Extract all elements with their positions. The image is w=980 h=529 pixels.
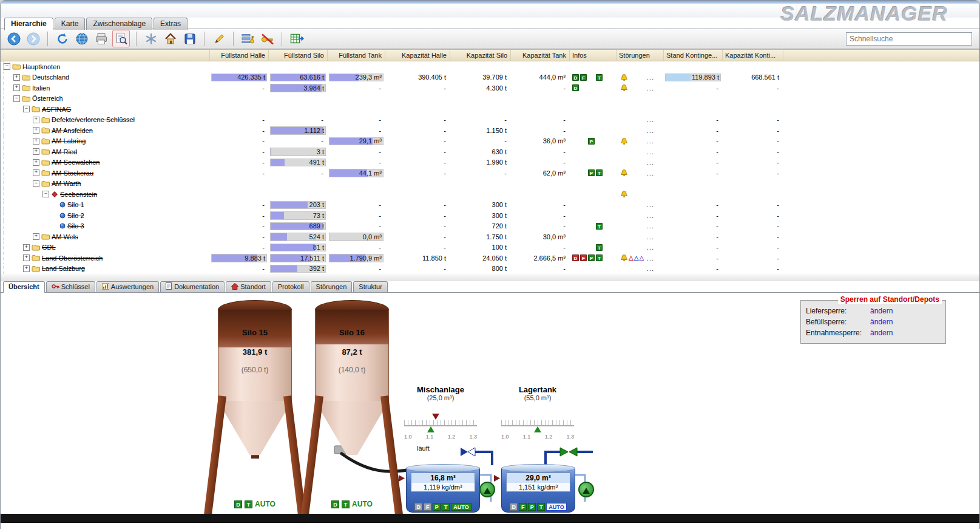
bottom-tab-standort[interactable]: Standort bbox=[226, 281, 271, 292]
tree-node-label[interactable]: AM Ansfelden bbox=[52, 127, 93, 134]
stoerungen-more-button[interactable]: ... bbox=[647, 169, 654, 177]
column-header-f-llstand-tank[interactable]: Füllstand Tank bbox=[328, 50, 385, 61]
column-header-stand-kontinge[interactable]: Stand Kontinge... bbox=[664, 50, 723, 61]
tree-expand-icon[interactable]: + bbox=[33, 148, 39, 155]
befuellsperre-change-link[interactable]: ändern bbox=[870, 316, 893, 327]
silo-16[interactable]: Silo 16 87,2 t (140,0 t) DTAUTO bbox=[315, 300, 389, 457]
stoerungen-more-button[interactable]: ... bbox=[647, 201, 654, 208]
stoerungen-more-button[interactable]: ... bbox=[647, 159, 654, 166]
bottom-tab-schl-ssel[interactable]: Schlüssel bbox=[46, 281, 95, 292]
back-icon[interactable] bbox=[5, 30, 22, 47]
forward-icon[interactable] bbox=[25, 30, 41, 47]
stoerungen-more-button[interactable]: ... bbox=[647, 84, 654, 92]
bottom-tab-struktur[interactable]: Struktur bbox=[353, 281, 388, 292]
tree-node-label[interactable]: Land Oberösterreich bbox=[42, 254, 103, 262]
tree-expand-icon[interactable]: + bbox=[33, 127, 39, 134]
tree-node-label[interactable]: Defekte/verlorene Schlüssel bbox=[52, 116, 135, 123]
tree-collapse-icon[interactable]: − bbox=[4, 63, 10, 70]
mixer-tank[interactable]: 16,8 m³ 1,119 kg/dm³ DFPTAUTO bbox=[406, 464, 480, 513]
stoerungen-more-button[interactable]: ... bbox=[647, 233, 654, 241]
tree-node-label[interactable]: Silo 3 bbox=[67, 222, 84, 230]
column-header-kapazit-t-tank[interactable]: Kapazität Tank bbox=[511, 50, 570, 61]
tree-collapse-icon[interactable]: − bbox=[23, 106, 30, 112]
quick-search-input[interactable] bbox=[846, 32, 972, 46]
stoerungen-more-button[interactable]: ... bbox=[647, 265, 654, 272]
refresh-icon[interactable] bbox=[54, 30, 70, 47]
tree-expand-icon[interactable]: + bbox=[23, 244, 30, 251]
tree-node-label[interactable]: Silo 2 bbox=[67, 212, 84, 219]
tree-node-label[interactable]: AM Seewalchen bbox=[52, 159, 100, 166]
tab-karte[interactable]: Karte bbox=[55, 18, 86, 30]
tree-node-label[interactable]: Österreich bbox=[32, 95, 63, 102]
tree-collapse-icon[interactable]: − bbox=[13, 95, 20, 102]
tree-node-label[interactable]: ASFINAG bbox=[42, 106, 71, 113]
column-header-st-rungen[interactable]: Störungen bbox=[617, 50, 664, 61]
tree-expand-icon[interactable]: + bbox=[23, 265, 30, 272]
preview-search-icon[interactable] bbox=[112, 30, 130, 47]
stoerungen-more-button[interactable]: ... bbox=[647, 254, 654, 262]
bottom-tab-dokumentation[interactable]: Dokumentation bbox=[160, 281, 225, 292]
stoerungen-more-button[interactable]: ... bbox=[647, 212, 654, 219]
column-header-kapazit-t-konti[interactable]: Kapazität Konti... bbox=[723, 50, 783, 61]
column-header-infos[interactable]: Infos bbox=[570, 50, 617, 61]
tree-node-label[interactable]: Italien bbox=[32, 84, 50, 92]
print-icon[interactable] bbox=[93, 30, 109, 47]
stoerungen-more-button[interactable]: ... bbox=[647, 127, 654, 134]
silo-15[interactable]: Silo 15 381,9 t (650,0 t) DTAUTO bbox=[218, 300, 292, 459]
column-header-f-llstand-silo[interactable]: Füllstand Silo bbox=[269, 50, 328, 61]
tree-node-label[interactable]: AM Labring bbox=[52, 137, 86, 145]
snowflake-icon[interactable] bbox=[143, 30, 159, 47]
bottom-tab-auswertungen[interactable]: Auswertungen bbox=[96, 281, 159, 292]
tree-node-label[interactable]: Seebenstein bbox=[60, 191, 97, 198]
stoerungen-more-button[interactable]: ... bbox=[647, 137, 654, 145]
stoerungen-more-button[interactable]: ... bbox=[647, 116, 654, 123]
bottom-tab-bersicht[interactable]: Übersicht bbox=[3, 281, 45, 293]
tree-expand-icon[interactable]: + bbox=[33, 138, 39, 145]
tree-node-label[interactable]: Deutschland bbox=[32, 73, 69, 81]
tab-zwischenablage[interactable]: Zwischenablage bbox=[86, 18, 152, 30]
tree-expand-icon[interactable]: + bbox=[33, 233, 39, 240]
storage-capacity: (55,0 m³) bbox=[501, 394, 574, 401]
tree-collapse-icon[interactable]: − bbox=[33, 180, 39, 187]
tree-expand-icon[interactable]: + bbox=[13, 74, 20, 81]
tree-node-label[interactable]: Hauptknoten bbox=[22, 63, 60, 70]
export-table-icon[interactable] bbox=[288, 30, 305, 47]
stoerungen-more-button[interactable]: ... bbox=[647, 148, 654, 155]
key-list-icon[interactable] bbox=[240, 30, 256, 47]
tree-node-label[interactable]: Land Salzburg bbox=[42, 265, 85, 272]
column-header-kapazit-t-silo[interactable]: Kapazität Silo bbox=[450, 50, 511, 61]
edit-pencil-icon[interactable] bbox=[211, 30, 227, 47]
fill-bar-cell bbox=[328, 104, 385, 115]
tree-expand-icon[interactable]: + bbox=[13, 84, 20, 91]
tree-expand-icon[interactable]: + bbox=[33, 169, 39, 176]
key-lock-icon[interactable] bbox=[259, 30, 275, 47]
tree-node-label[interactable]: AM Stockerau bbox=[52, 169, 93, 177]
panel-splitter[interactable] bbox=[1, 274, 979, 281]
tree-node-label[interactable]: Silo 1 bbox=[67, 201, 84, 208]
alarm-bell-icon bbox=[620, 137, 628, 145]
stoerungen-more-button[interactable]: ... bbox=[647, 222, 654, 230]
tab-hierarchie[interactable]: Hierarchie bbox=[4, 18, 53, 30]
tree-collapse-icon[interactable]: − bbox=[42, 191, 49, 197]
save-icon[interactable] bbox=[181, 30, 198, 47]
tree-node-label[interactable]: AM Ried bbox=[52, 148, 77, 155]
tree-expand-icon[interactable]: + bbox=[33, 159, 39, 166]
tree-node-label[interactable]: AM Warth bbox=[52, 180, 81, 187]
stoerungen-more-button[interactable]: ... bbox=[647, 73, 654, 81]
globe-icon[interactable] bbox=[73, 30, 90, 47]
liefersperre-change-link[interactable]: ändern bbox=[870, 305, 893, 316]
bottom-tab-protokoll[interactable]: Protokoll bbox=[272, 281, 309, 292]
tree-node-label[interactable]: AM Wels bbox=[52, 233, 78, 241]
column-header-kapazit-t-halle[interactable]: Kapazität Halle bbox=[385, 50, 450, 61]
storage-tank[interactable]: 29,0 m³ 1,151 kg/dm³ DFPTAUTO bbox=[501, 464, 575, 513]
tab-extras[interactable]: Extras bbox=[154, 18, 188, 30]
bottom-tab-st-rungen[interactable]: Störungen bbox=[311, 281, 353, 292]
home-icon[interactable] bbox=[162, 30, 178, 47]
column-header-f-llstand-halle[interactable]: Füllstand Halle bbox=[210, 50, 269, 61]
tree-expand-icon[interactable]: + bbox=[33, 117, 39, 123]
stoerungen-more-button[interactable]: ... bbox=[647, 244, 654, 251]
entnahmesperre-change-link[interactable]: ändern bbox=[870, 327, 893, 338]
tree-node-label[interactable]: GDL bbox=[42, 244, 56, 251]
tree-expand-icon[interactable]: + bbox=[23, 254, 30, 261]
fill-bar-cell: - bbox=[664, 242, 723, 253]
